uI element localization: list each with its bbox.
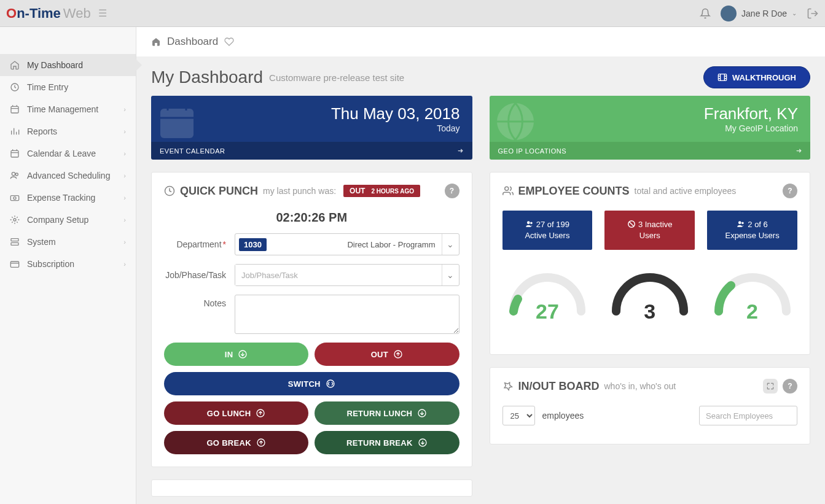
expense-users-card[interactable]: 2 of 6 Expense Users — [707, 211, 797, 250]
svg-rect-5 — [10, 196, 18, 201]
active-users-card[interactable]: 27 of 199 Active Users — [502, 211, 593, 250]
sidebar-item-reports[interactable]: Reports› — [0, 120, 136, 142]
hamburger-icon[interactable]: ☰ — [98, 7, 107, 19]
return-lunch-button[interactable]: RETURN LUNCH — [315, 401, 459, 425]
punch-in-button[interactable]: IN — [164, 343, 308, 366]
users-icon — [10, 171, 20, 180]
geoip-banner[interactable]: Frankfort, KY My GeoIP Location GEO IP L… — [490, 96, 811, 160]
job-combo[interactable]: ⌄ — [235, 264, 459, 286]
logo-text-1: n-Time — [17, 6, 61, 21]
go-break-button[interactable]: GO BREAK — [164, 431, 308, 454]
placeholder-card — [151, 479, 472, 497]
svg-rect-11 — [718, 74, 726, 81]
department-desc: Direct Labor - Programm — [347, 240, 441, 249]
svg-rect-9 — [11, 242, 18, 245]
department-code: 1030 — [239, 238, 267, 251]
switch-button[interactable]: SWITCH — [164, 372, 459, 395]
event-calendar-banner[interactable]: Thu May 03, 2018 Today EVENT CALENDAR ➜ — [151, 96, 472, 160]
inactive-users-card[interactable]: 3 Inactive Users — [604, 211, 695, 250]
chevron-right-icon: › — [123, 128, 126, 135]
sidebar-item-subscription[interactable]: Subscription› — [0, 253, 136, 275]
sidebar-item-label: Advanced Scheduling — [27, 171, 110, 180]
sidebar-item-company-setup[interactable]: Company Setup› — [0, 209, 136, 231]
sidebar-item-expense-tracking[interactable]: Expense Tracking› — [0, 187, 136, 209]
arrow-down-circle-icon — [238, 349, 248, 359]
punch-status-badge: OUT 2 HOURS AGO — [343, 185, 420, 197]
svg-rect-1 — [11, 106, 18, 113]
return-break-button[interactable]: RETURN BREAK — [315, 431, 459, 454]
go-lunch-button[interactable]: GO LUNCH — [164, 401, 308, 425]
sidebar-item-calendar-leave[interactable]: Calendar & Leave› — [0, 142, 136, 165]
inactive-users-gauge: 3 — [604, 262, 695, 330]
logout-icon[interactable] — [807, 7, 819, 20]
sidebar-item-label: Subscription — [27, 259, 74, 269]
sidebar-item-label: Expense Tracking — [27, 193, 95, 203]
page-size-select[interactable]: 25 — [502, 406, 535, 425]
clock-icon — [10, 82, 20, 92]
job-input[interactable] — [235, 265, 442, 285]
chevron-right-icon: › — [123, 238, 126, 246]
sidebar-item-label: System — [27, 237, 56, 247]
chevron-right-icon: › — [123, 194, 126, 201]
punch-out-button[interactable]: OUT — [315, 343, 459, 366]
walkthrough-button[interactable]: WALKTHROUGH — [703, 66, 810, 88]
bell-icon[interactable] — [700, 8, 711, 19]
department-label: Department* — [164, 239, 235, 249]
arrow-right-icon: ➜ — [458, 147, 464, 155]
sidebar-item-label: My Dashboard — [27, 60, 83, 70]
notes-label: Notes — [164, 295, 235, 308]
sidebar: My DashboardTime EntryTime Management›Re… — [0, 27, 136, 504]
clock-display: 02:20:26 PM — [164, 211, 459, 225]
inout-board-card: IN/OUT BOARD who's in, who's out ? — [490, 367, 811, 444]
quick-punch-title: QUICK PUNCH — [180, 185, 258, 198]
search-employees-input[interactable] — [699, 406, 797, 425]
chevron-right-icon: › — [123, 260, 126, 268]
arrow-up-circle-icon — [256, 438, 266, 448]
svg-point-3 — [12, 173, 15, 176]
date-banner-subtitle: Today — [163, 123, 460, 133]
heart-icon[interactable] — [224, 37, 234, 47]
job-dropdown-icon[interactable]: ⌄ — [442, 265, 459, 285]
arrow-up-circle-icon — [393, 349, 403, 359]
calendar-icon — [10, 149, 20, 158]
arrow-up-circle-icon — [256, 408, 265, 418]
geo-banner-footer: GEO IP LOCATIONS — [498, 147, 567, 155]
department-combo[interactable]: 1030 Direct Labor - Programm ⌄ — [235, 233, 459, 255]
sidebar-item-my-dashboard[interactable]: My Dashboard — [0, 54, 136, 76]
server-icon — [10, 237, 20, 247]
chevron-down-icon: ⌄ — [792, 10, 797, 17]
breadcrumb: Dashboard — [136, 27, 825, 56]
expand-button[interactable] — [763, 379, 778, 394]
active-users-gauge: 27 — [502, 262, 593, 330]
help-button[interactable]: ? — [445, 184, 459, 198]
svg-point-27 — [741, 222, 744, 225]
svg-point-24 — [530, 222, 533, 225]
expand-icon — [766, 382, 775, 390]
sidebar-item-label: Reports — [27, 126, 57, 136]
user-menu[interactable]: Jane R Doe ⌄ — [721, 6, 797, 21]
film-icon — [717, 72, 727, 82]
department-dropdown-icon[interactable]: ⌄ — [442, 234, 459, 255]
home-icon — [10, 60, 20, 70]
avatar-icon — [721, 6, 737, 21]
help-button[interactable]: ? — [783, 379, 797, 394]
sidebar-item-time-management[interactable]: Time Management› — [0, 98, 136, 120]
help-button[interactable]: ? — [783, 184, 797, 198]
svg-point-23 — [527, 221, 530, 224]
calendar-clock-icon — [10, 104, 20, 114]
topbar: On-Time Web ☰ Jane R Doe ⌄ — [0, 0, 825, 27]
sidebar-item-advanced-scheduling[interactable]: Advanced Scheduling› — [0, 165, 136, 187]
sidebar-item-label: Time Management — [27, 104, 98, 114]
sidebar-item-time-entry[interactable]: Time Entry — [0, 76, 136, 98]
notes-textarea[interactable] — [235, 295, 459, 334]
sidebar-item-label: Time Entry — [27, 82, 68, 92]
svg-point-7 — [14, 219, 16, 221]
logo[interactable]: On-Time Web — [6, 6, 91, 21]
switch-icon — [326, 379, 335, 389]
sidebar-item-label: Calendar & Leave — [27, 149, 96, 158]
sidebar-item-system[interactable]: System› — [0, 231, 136, 253]
page-size-label: employees — [542, 411, 584, 421]
users-icon — [737, 220, 745, 228]
chevron-right-icon: › — [123, 216, 126, 223]
arrow-down-circle-icon — [417, 408, 427, 418]
